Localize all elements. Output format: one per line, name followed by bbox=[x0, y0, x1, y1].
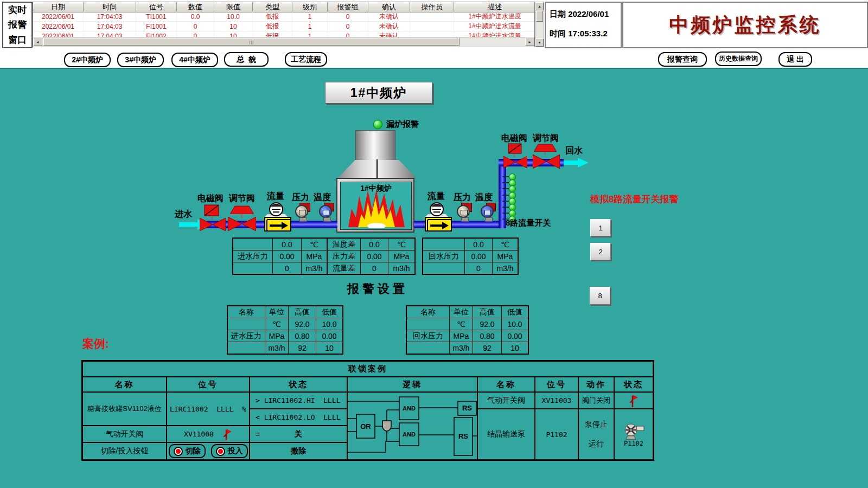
column-header[interactable]: 日期 bbox=[33, 2, 84, 12]
scroll-down-icon[interactable]: ▼ bbox=[535, 38, 544, 47]
solenoid-valve-icon[interactable] bbox=[200, 218, 226, 231]
flow-meter[interactable] bbox=[264, 217, 291, 232]
history-query-button[interactable]: 历史数据查询 bbox=[715, 52, 762, 66]
horizontal-scrollbar[interactable]: ◄ ||| ► bbox=[33, 37, 534, 46]
cell: m3/h bbox=[265, 342, 289, 355]
column-header: 名称 bbox=[227, 306, 265, 318]
valve-tag: XV11008 bbox=[184, 430, 214, 438]
scrollbar-thumb[interactable]: ||| bbox=[43, 38, 459, 46]
column-header[interactable]: 描述 bbox=[454, 2, 535, 12]
cell: 0.00 bbox=[361, 251, 388, 262]
interlock-valve-state-cell: = 关 bbox=[250, 426, 347, 442]
furnace1-title-button[interactable]: 1#中频炉 bbox=[325, 82, 432, 104]
cell[interactable]: 0.00 bbox=[502, 330, 529, 342]
scroll-left-icon[interactable]: ◄ bbox=[33, 37, 42, 46]
cell: 0 bbox=[177, 31, 214, 37]
nav-button-furnace4[interactable]: 4#中频炉 bbox=[171, 53, 218, 67]
label-line: 实时 bbox=[8, 5, 27, 15]
solenoid-actuator-icon[interactable] bbox=[204, 204, 219, 216]
return-value-table: 0.0 ℃ 回水压力 0.00 MPa 0 m3/h bbox=[422, 237, 519, 275]
time-row: 时间 17:05:33.2 bbox=[550, 29, 608, 39]
scrollbar-track[interactable]: ||| bbox=[42, 37, 525, 46]
cell[interactable]: 0.80 bbox=[289, 330, 316, 342]
column-header[interactable]: 限值 bbox=[214, 2, 253, 12]
exit-button[interactable]: 退 出 bbox=[778, 52, 812, 67]
cell: ℃ bbox=[302, 238, 328, 251]
alarm-row[interactable]: 2022/06/01 17:04:03 FI1002 0 10 低报 1 0 未… bbox=[33, 31, 534, 37]
column-header[interactable]: 数值 bbox=[177, 2, 214, 12]
control-actuator-icon[interactable] bbox=[534, 143, 557, 152]
cell[interactable]: 92.0 bbox=[289, 318, 316, 330]
date-row: 日期 2022/06/01 bbox=[550, 9, 609, 20]
case-label: 案例: bbox=[82, 336, 109, 351]
bypass-buttons-cell: 切除 投入 bbox=[167, 442, 250, 460]
output-valve-status-cell bbox=[614, 392, 653, 409]
cell[interactable]: 0.00 bbox=[316, 330, 343, 342]
cell[interactable]: 92 bbox=[289, 342, 316, 355]
cell: 0 bbox=[328, 22, 368, 31]
cell: 10 bbox=[214, 22, 253, 31]
cell: 1 bbox=[292, 12, 328, 21]
cell: 2022/06/01 bbox=[33, 31, 84, 37]
column-header[interactable]: 类型 bbox=[253, 2, 292, 12]
solenoid-valve-icon[interactable] bbox=[503, 156, 527, 168]
column-header[interactable]: 位号 bbox=[136, 2, 177, 12]
solenoid-actuator-icon[interactable] bbox=[508, 143, 522, 154]
column-header: 位号 bbox=[167, 377, 250, 392]
cell: 0.0 bbox=[361, 238, 388, 251]
control-actuator-icon[interactable] bbox=[230, 204, 254, 214]
column-header[interactable]: 报警组 bbox=[328, 2, 368, 12]
inlet-alarm-settings-table: 名称 单位 高值 低值 ℃ 92.0 10.0 进水压力 MPa 0.80 0.… bbox=[227, 305, 343, 355]
cell: ℃ bbox=[450, 318, 473, 330]
column-header[interactable]: 操作员 bbox=[410, 2, 454, 12]
riser-pipe bbox=[499, 159, 506, 228]
cell bbox=[410, 12, 454, 21]
column-header[interactable]: 级别 bbox=[292, 2, 328, 12]
valve-flag-icon bbox=[222, 428, 232, 440]
cell: ℃ bbox=[388, 238, 416, 251]
output-pump-name: 结晶输送泵 bbox=[477, 409, 535, 460]
alarm-query-button[interactable]: 报警查询 bbox=[658, 52, 707, 67]
alarm-table-header: 日期 时间 位号 数值 限值 类型 级别 报警组 确认 操作员 描述 bbox=[33, 2, 534, 12]
control-valve-icon[interactable] bbox=[228, 217, 256, 231]
cell: ℃ bbox=[265, 318, 289, 330]
cell[interactable]: 10.0 bbox=[316, 318, 343, 330]
cell: 低报 bbox=[253, 22, 292, 31]
cell[interactable]: 10 bbox=[316, 342, 343, 355]
control-valve-icon[interactable] bbox=[533, 155, 560, 169]
outlet-label: 回水 bbox=[565, 145, 583, 157]
flow-switch-button-8[interactable]: 8 bbox=[590, 287, 610, 305]
cell: FI1002 bbox=[136, 31, 177, 37]
temperature-label: 温度 bbox=[314, 192, 331, 203]
cell: MPa bbox=[450, 330, 473, 342]
engage-radio-button[interactable]: 投入 bbox=[211, 444, 248, 458]
vertical-scrollbar[interactable]: ▲ ▼ bbox=[535, 2, 544, 47]
cell: 温度差 bbox=[327, 238, 361, 251]
scroll-right-icon[interactable]: ► bbox=[525, 37, 534, 46]
scrollbar-thumb[interactable] bbox=[536, 11, 543, 22]
cell[interactable]: 92 bbox=[473, 342, 502, 355]
pressure-label: 压力 bbox=[454, 192, 471, 203]
scrollbar-track[interactable] bbox=[535, 10, 544, 38]
cut-out-radio-button[interactable]: 切除 bbox=[169, 444, 206, 458]
nav-button-process-flow[interactable]: 工艺流程 bbox=[285, 52, 327, 67]
pressure-label: 压力 bbox=[292, 192, 309, 203]
column-header: 状态 bbox=[250, 377, 347, 392]
column-header: 状态 bbox=[614, 377, 653, 392]
cell[interactable]: 10 bbox=[502, 342, 529, 355]
alarm-row[interactable]: 2022/06/01 17:04:03 TI1001 0.0 10.0 低报 1… bbox=[33, 12, 534, 22]
nav-button-furnace2[interactable]: 2#中频炉 bbox=[64, 53, 111, 67]
flow-switch-button-2[interactable]: 2 bbox=[590, 243, 611, 260]
cell[interactable]: 92.0 bbox=[473, 318, 502, 330]
flow-meter[interactable] bbox=[425, 217, 452, 232]
scroll-up-icon[interactable]: ▲ bbox=[535, 2, 544, 10]
alarm-row[interactable]: 2022/06/01 17:04:03 FI1001 0 10 低报 1 0 未… bbox=[33, 22, 534, 31]
column-header[interactable]: 确认 bbox=[368, 2, 410, 12]
nav-button-overview[interactable]: 总 貌 bbox=[224, 52, 269, 67]
flow-switch-button-1[interactable]: 1 bbox=[590, 219, 611, 236]
column-header[interactable]: 时间 bbox=[84, 2, 136, 12]
cell[interactable]: 0.80 bbox=[473, 330, 502, 342]
cell bbox=[410, 22, 454, 31]
cell[interactable]: 10.0 bbox=[502, 318, 529, 330]
nav-button-furnace3[interactable]: 3#中频炉 bbox=[117, 53, 164, 67]
